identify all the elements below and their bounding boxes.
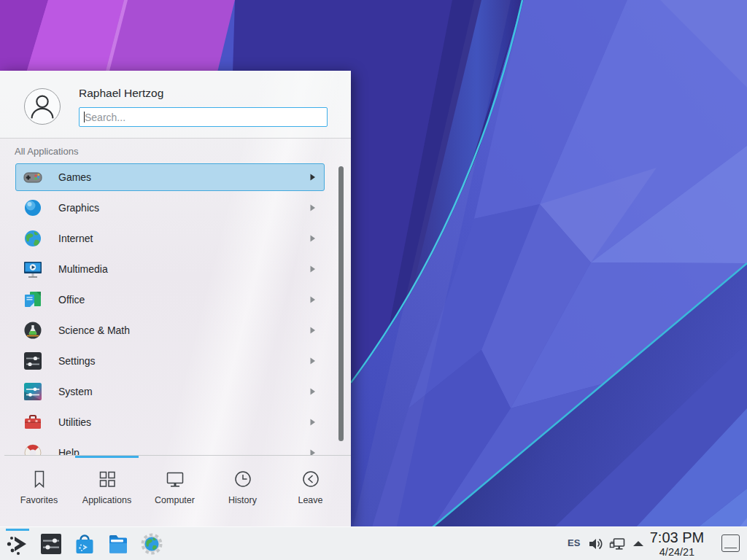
category-games[interactable]: Games [15, 163, 325, 191]
tab-history[interactable]: History [209, 460, 276, 511]
wired-network-icon[interactable] [609, 536, 625, 552]
category-label: Utilities [58, 416, 91, 428]
submenu-arrow-icon [309, 204, 316, 211]
globe-icon [23, 228, 43, 249]
text-caret [84, 112, 85, 122]
tab-label: Computer [155, 495, 195, 505]
discover-button[interactable] [73, 532, 96, 556]
gamepad-icon [23, 167, 43, 187]
category-label: Internet [58, 233, 93, 244]
launcher-tabbar: Favorites Applications Computer [5, 460, 346, 511]
user-icon [25, 89, 60, 124]
submenu-arrow-icon [309, 265, 316, 273]
file-manager-button[interactable] [107, 532, 130, 556]
category-utilities[interactable]: Utilities [15, 408, 325, 436]
category-science-math[interactable]: Science & Math [15, 316, 325, 344]
launcher-header: Raphael Hertzog [0, 71, 351, 139]
documents-icon [23, 289, 43, 310]
clock-time: 7:03 PM [640, 530, 713, 545]
user-avatar[interactable] [24, 88, 61, 125]
submenu-arrow-icon [309, 449, 316, 455]
media-player-icon [23, 259, 43, 279]
category-list: Games Graphics [0, 163, 351, 455]
tab-favorites[interactable]: Favorites [5, 460, 73, 511]
tab-leave[interactable]: Leave [276, 460, 344, 511]
app-grid-icon [97, 469, 117, 489]
tab-computer[interactable]: Computer [141, 460, 209, 511]
shopping-bag-icon [73, 532, 96, 556]
submenu-arrow-icon [309, 357, 316, 365]
paint-sphere-icon [23, 198, 43, 218]
category-label: System [58, 386, 93, 397]
settings-sliders-icon [39, 532, 63, 556]
submenu-arrow-icon [309, 419, 316, 426]
globe-gear-icon [140, 532, 163, 556]
tab-applications[interactable]: Applications [73, 460, 141, 511]
system-sliders-icon [23, 381, 43, 402]
category-internet[interactable]: Internet [15, 225, 325, 252]
category-office[interactable]: Office [15, 286, 325, 314]
category-label: Settings [58, 355, 96, 367]
bookmark-icon [29, 469, 50, 489]
user-name: Raphael Hertzog [79, 87, 163, 100]
digital-clock[interactable]: 7:03 PM 4/24/21 [640, 530, 713, 558]
show-desktop-button[interactable] [721, 534, 740, 552]
category-label: Science & Math [58, 324, 130, 336]
category-label: Office [58, 294, 85, 306]
category-label: Graphics [58, 202, 99, 214]
tabbar-divider [4, 455, 351, 456]
blue-folder-icon [107, 532, 130, 556]
category-settings[interactable]: Settings [15, 347, 325, 375]
tab-label: Leave [298, 495, 322, 505]
desktop: Raphael Hertzog All Applications Games [0, 0, 747, 560]
clock-icon [233, 469, 253, 489]
volume-icon[interactable] [588, 536, 604, 552]
keyboard-layout-indicator[interactable]: ES [568, 537, 580, 548]
kicker-arrow-icon [6, 532, 29, 556]
category-multimedia[interactable]: Multimedia [15, 255, 325, 283]
search-input[interactable] [79, 107, 328, 127]
system-settings-button[interactable] [39, 532, 63, 556]
list-scrollbar[interactable] [338, 166, 344, 441]
application-launcher-button[interactable] [6, 532, 29, 556]
taskbar: ES 7:03 PM 4/24/2 [0, 526, 747, 560]
active-tab-indicator [75, 456, 139, 458]
web-browser-button[interactable] [140, 532, 163, 556]
category-graphics[interactable]: Graphics [15, 194, 325, 222]
sliders-icon [23, 351, 43, 371]
category-system[interactable]: System [15, 378, 325, 405]
submenu-arrow-icon [309, 388, 316, 395]
submenu-arrow-icon [309, 174, 316, 181]
submenu-arrow-icon [309, 327, 316, 334]
lifebuoy-icon [23, 443, 43, 455]
section-label: All Applications [15, 146, 78, 157]
launcher-active-indicator [6, 529, 29, 531]
clock-date: 4/24/21 [640, 547, 713, 558]
search-field-wrap [79, 107, 328, 127]
monitor-icon [165, 469, 185, 489]
toolbox-icon [23, 412, 43, 432]
submenu-arrow-icon [309, 296, 316, 303]
category-help[interactable]: Help [15, 439, 325, 455]
science-flask-icon [23, 320, 43, 341]
tab-label: Applications [82, 495, 131, 505]
tab-label: Favorites [20, 495, 58, 505]
category-label: Multimedia [58, 263, 108, 275]
category-label: Games [58, 171, 91, 183]
tab-label: History [228, 495, 257, 505]
category-label: Help [58, 447, 80, 455]
application-launcher-popup: Raphael Hertzog All Applications Games [0, 71, 351, 526]
submenu-arrow-icon [309, 235, 316, 242]
leave-back-icon [301, 469, 321, 489]
